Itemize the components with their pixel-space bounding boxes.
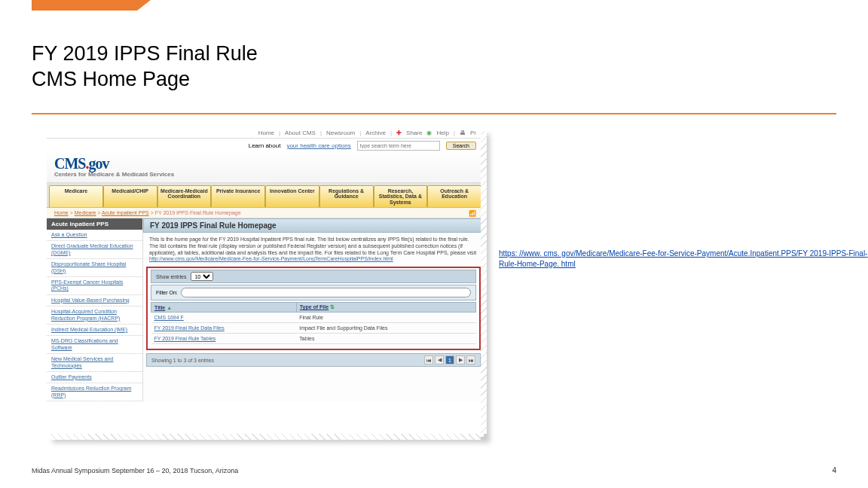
sidebar-item[interactable]: Readmissions Reduction Program (RRP) (47, 383, 142, 401)
util-print[interactable]: Pr (470, 130, 476, 136)
cms-tagline: Centers for Medicare & Medicaid Services (54, 171, 174, 178)
util-help[interactable]: Help (436, 130, 448, 136)
tab-outreach[interactable]: Outreach & Education (427, 185, 481, 207)
slide-accent-bar (32, 0, 137, 11)
util-news[interactable]: Newsroom (326, 130, 355, 136)
main-body-link[interactable]: http://www.cms.gov/Medicare/Medicare-Fee… (149, 256, 393, 261)
plus-icon: ✚ (396, 130, 402, 136)
crumb-aipps[interactable]: Acute Inpatient PPS (102, 210, 149, 215)
main-nav-tabs: Medicare Medicaid/CHIP Medicare-Medicaid… (47, 183, 484, 208)
learn-prefix: Learn about (249, 142, 281, 149)
sidebar-item[interactable]: PPS-Exempt Cancer Hospitals (PCHs) (47, 277, 142, 295)
torn-edge-right (481, 131, 487, 434)
tab-innovation[interactable]: Innovation Center (265, 185, 319, 207)
search-button[interactable]: Search (446, 142, 476, 150)
help-icon: ◉ (426, 130, 432, 136)
th-title[interactable]: Title ▲ (151, 303, 297, 313)
pager-last-icon[interactable]: ⏭ (466, 355, 475, 364)
title-line1: FY 2019 IPPS Final Rule (32, 42, 258, 65)
reference-url-link[interactable]: https: //www. cms. gov/Medicare/Medicare… (499, 249, 867, 268)
main-body: This is the home page for the FY 2019 Ho… (143, 233, 484, 267)
sidebar-item[interactable]: New Medical Services and Technologies (47, 354, 142, 372)
pager-first-icon[interactable]: ⏮ (424, 355, 433, 364)
rss-icon[interactable]: 📶 (469, 210, 476, 217)
learn-link[interactable]: your health care options (286, 142, 350, 149)
sidebar-item[interactable]: MS-DRG Classifications and Software (47, 336, 142, 354)
filter-row: Filter On: (151, 285, 476, 300)
util-share[interactable]: Share (406, 130, 422, 136)
sidebar-item[interactable]: Disproportionate Share Hospital (DSH) (47, 259, 142, 277)
page-number: 4 (832, 466, 836, 474)
learn-row: Learn about your health care options Sea… (47, 139, 484, 153)
show-entries-select[interactable]: 10 (191, 272, 213, 281)
tab-medicare[interactable]: Medicare (49, 185, 103, 207)
sidebar-item[interactable]: Indirect Medical Education (IME) (47, 325, 142, 336)
cell-title[interactable]: FY 2019 Final Rule Data Files (151, 323, 297, 334)
tab-coord[interactable]: Medicare-Medicaid Coordination (157, 185, 212, 207)
util-home[interactable]: Home (258, 130, 274, 136)
torn-edge-bottom (50, 434, 481, 440)
sidebar: Acute Inpatient PPS Ask a Question Direc… (47, 218, 143, 401)
title-line2: CMS Home Page (32, 68, 190, 90)
pager-prev-icon[interactable]: ◀ (435, 355, 444, 364)
crumb-home[interactable]: Home (54, 210, 69, 215)
util-nav: Home| About CMS| Newsroom| Archive| ✚ Sh… (47, 128, 484, 139)
tab-regs[interactable]: Regulations & Guidance (319, 185, 374, 207)
crumb-medicare[interactable]: Medicare (75, 210, 96, 215)
files-table: Title ▲ Type of File ⇅ CMS 1694 F Final … (151, 302, 476, 344)
table-row: CMS 1694 F Final Rule (151, 313, 476, 323)
sidebar-item[interactable]: Direct Graduate Medical Education (DGME) (47, 241, 142, 259)
pager-next-icon[interactable]: ▶ (456, 355, 465, 364)
util-about[interactable]: About CMS (285, 130, 316, 136)
crumb-current: FY 2019 IPPS Final Rule Homepage (155, 210, 241, 215)
slide-footer: Midas Annual Symposium September 16 – 20… (32, 467, 238, 474)
tab-research[interactable]: Research, Statistics, Data & Systems (374, 185, 428, 207)
print-icon: 🖶 (460, 130, 466, 136)
slide-title: FY 2019 IPPS Final Rule CMS Home Page (32, 41, 258, 93)
show-entries-ctrl: Show entries 10 (151, 270, 476, 283)
table-highlight: Show entries 10 Filter On: Title ▲ Type … (146, 267, 481, 350)
cell-type: Final Rule (296, 313, 475, 323)
th-type[interactable]: Type of File ⇅ (296, 303, 475, 313)
logo-row: CMS.gov Centers for Medicare & Medicaid … (47, 153, 484, 183)
search-input[interactable] (357, 141, 440, 151)
showing-text: Showing 1 to 3 of 3 entries (151, 358, 214, 363)
sidebar-header: Acute Inpatient PPS (47, 218, 142, 230)
cms-logo: CMS.gov (54, 155, 174, 172)
main-body-text: This is the home page for the FY 2019 Ho… (149, 236, 476, 255)
cell-title[interactable]: FY 2019 Final Rule Tables (151, 334, 297, 344)
table-row: FY 2019 Final Rule Tables Tables (151, 334, 476, 344)
main-heading: FY 2019 IPPS Final Rule Homepage (143, 218, 484, 233)
table-row: FY 2019 Final Rule Data Files Impact Fil… (151, 323, 476, 334)
breadcrumb: Home > Medicare > Acute Inpatient PPS > … (47, 208, 484, 218)
sidebar-item[interactable]: Hospital Value-Based Purchasing (47, 295, 142, 307)
tab-medicaid[interactable]: Medicaid/CHIP (103, 185, 157, 207)
filter-label: Filter On: (156, 290, 178, 295)
pager-current[interactable]: 1 (445, 355, 454, 364)
pager: ⏮ ◀ 1 ▶ ⏭ (424, 355, 475, 364)
filter-input[interactable] (181, 288, 471, 297)
showing-bar: Showing 1 to 3 of 3 entries ⏮ ◀ 1 ▶ ⏭ (146, 353, 481, 367)
cell-type: Impact File and Supporting Data Files (296, 323, 475, 334)
main-content: FY 2019 IPPS Final Rule Homepage This is… (143, 218, 484, 401)
tab-private[interactable]: Private Insurance (211, 185, 265, 207)
cell-title[interactable]: CMS 1694 F (151, 313, 297, 323)
sidebar-item[interactable]: Hospital-Acquired Condition Reduction Pr… (47, 307, 142, 325)
divider (32, 113, 836, 114)
cms-screenshot: Home| About CMS| Newsroom| Archive| ✚ Sh… (47, 128, 484, 437)
util-archive[interactable]: Archive (365, 130, 386, 136)
sidebar-item[interactable]: Outlier Payments (47, 372, 142, 383)
cell-type: Tables (296, 334, 475, 344)
reference-url[interactable]: https: //www. cms. gov/Medicare/Medicare… (499, 249, 868, 269)
sidebar-item[interactable]: Ask a Question (47, 230, 142, 241)
show-entries-label: Show entries (156, 274, 186, 279)
